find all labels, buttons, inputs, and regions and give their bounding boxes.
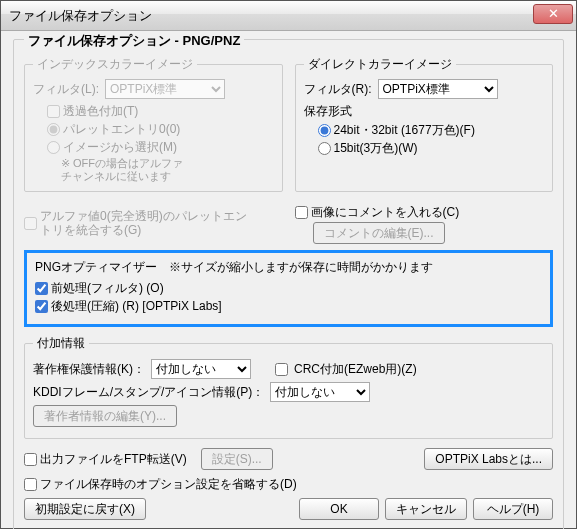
format-15bit-label: 15bit(3万色)(W)	[334, 140, 418, 156]
skip-options-label: ファイル保存時のオプション設定を省略する(D)	[40, 476, 297, 492]
index-filter-label: フィルタ(L):	[33, 81, 99, 98]
optpix-labs-button[interactable]: OPTPiX Labsとは...	[424, 448, 553, 470]
crc-check[interactable]	[275, 363, 288, 376]
format-24bit-label: 24bit・32bit (1677万色)(F)	[334, 122, 475, 138]
direct-filter-label: フィルタ(R):	[304, 81, 372, 98]
cancel-button[interactable]: キャンセル	[385, 498, 467, 520]
alpha0-label: アルファ値0(完全透明)のパレットエントリを統合する(G)	[40, 209, 250, 237]
transparent-label: 透過色付加(T)	[63, 103, 138, 119]
from-image-label: イメージから選択(M)	[63, 139, 177, 155]
direct-filter-select[interactable]: OPTPiX標準	[378, 79, 498, 99]
window-title: ファイル保存オプション	[9, 7, 152, 25]
edit-author-button[interactable]: 著作者情報の編集(Y)...	[33, 405, 177, 427]
png-optimizer-group: PNGオプティマイザー ※サイズが縮小しますが保存に時間がかかります 前処理(フ…	[24, 250, 553, 327]
comment-check[interactable]	[295, 206, 308, 219]
crc-label: CRC付加(EZweb用)(Z)	[294, 361, 417, 378]
palette0-radio[interactable]	[47, 123, 60, 136]
format-15bit-radio[interactable]	[318, 142, 331, 155]
preprocess-label: 前処理(フィルタ) (O)	[51, 280, 164, 296]
titlebar: ファイル保存オプション ✕	[1, 1, 576, 31]
index-note2: チャンネルに従います	[61, 170, 274, 183]
optimizer-title: PNGオプティマイザー ※サイズが縮小しますが保存に時間がかかります	[35, 259, 542, 276]
index-filter-select[interactable]: OPTPiX標準	[105, 79, 225, 99]
kddi-label: KDDIフレーム/スタンプ/アイコン情報(P)：	[33, 384, 264, 401]
skip-options-check[interactable]	[24, 478, 37, 491]
ok-button[interactable]: OK	[299, 498, 379, 520]
ftp-settings-button[interactable]: 設定(S)...	[201, 448, 273, 470]
copyright-select[interactable]: 付加しない	[151, 359, 251, 379]
index-color-legend: インデックスカラーイメージ	[33, 56, 197, 73]
alpha0-check[interactable]	[24, 217, 37, 230]
ftp-label: 出力ファイルをFTP転送(V)	[40, 451, 187, 467]
main-group-title: ファイル保存オプション - PNG/PNZ	[24, 32, 244, 50]
copyright-label: 著作権保護情報(K)：	[33, 361, 145, 378]
index-color-group: インデックスカラーイメージ フィルタ(L): OPTPiX標準 透過色付加(T)	[24, 56, 283, 192]
transparent-check[interactable]	[47, 105, 60, 118]
palette0-label: パレットエントリ0(0)	[63, 121, 180, 137]
attach-legend: 付加情報	[33, 335, 89, 352]
postprocess-check[interactable]	[35, 300, 48, 313]
ftp-check[interactable]	[24, 453, 37, 466]
main-group: ファイル保存オプション - PNG/PNZ インデックスカラーイメージ フィルタ…	[13, 39, 564, 529]
comment-label: 画像にコメントを入れる(C)	[311, 204, 460, 220]
preprocess-check[interactable]	[35, 282, 48, 295]
from-image-radio[interactable]	[47, 141, 60, 154]
close-button[interactable]: ✕	[533, 4, 573, 24]
save-format-label: 保存形式	[304, 103, 545, 120]
attach-info-group: 付加情報 著作権保護情報(K)： 付加しない CRC付加(EZweb用)(Z) …	[24, 335, 553, 439]
postprocess-label: 後処理(圧縮) (R) [OPTPiX Labs]	[51, 298, 222, 314]
format-24bit-radio[interactable]	[318, 124, 331, 137]
index-note1: ※ OFFの場合はアルファ	[61, 157, 274, 170]
direct-color-group: ダイレクトカラーイメージ フィルタ(R): OPTPiX標準 保存形式 24bi…	[295, 56, 554, 192]
kddi-select[interactable]: 付加しない	[270, 382, 370, 402]
dialog-window: ファイル保存オプション ✕ ファイル保存オプション - PNG/PNZ インデッ…	[0, 0, 577, 529]
edit-comment-button[interactable]: コメントの編集(E)...	[313, 222, 445, 244]
reset-button[interactable]: 初期設定に戻す(X)	[24, 498, 146, 520]
direct-color-legend: ダイレクトカラーイメージ	[304, 56, 456, 73]
help-button[interactable]: ヘルプ(H)	[473, 498, 553, 520]
